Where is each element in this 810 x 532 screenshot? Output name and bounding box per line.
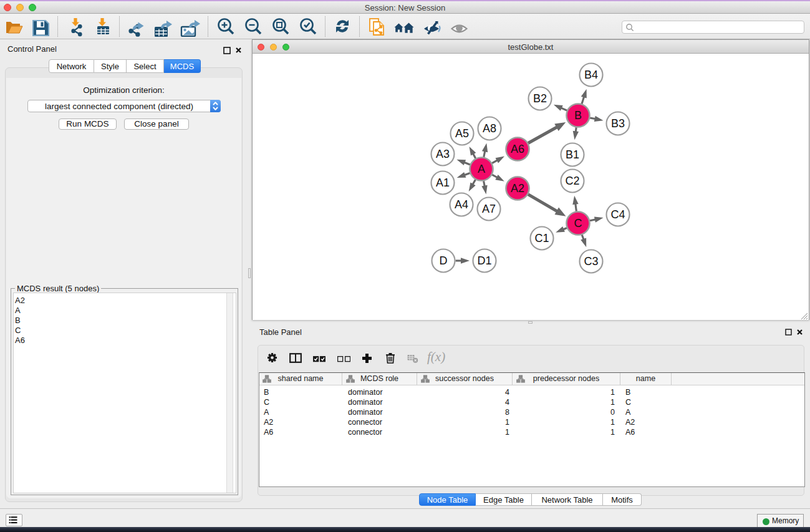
svg-text:B4: B4 [584, 69, 598, 81]
svg-text:B3: B3 [611, 117, 625, 130]
svg-text:A3: A3 [436, 148, 450, 160]
svg-text:A8: A8 [483, 122, 496, 135]
svg-text:C1: C1 [534, 232, 549, 244]
svg-text:B2: B2 [533, 92, 547, 105]
svg-text:A: A [478, 163, 485, 175]
svg-text:C4: C4 [610, 208, 625, 221]
svg-text:C: C [574, 217, 582, 230]
svg-text:A5: A5 [455, 127, 469, 140]
svg-text:A6: A6 [511, 143, 524, 155]
svg-text:B: B [574, 109, 582, 122]
svg-text:C2: C2 [565, 175, 579, 187]
svg-text:C3: C3 [584, 255, 598, 268]
svg-text:A4: A4 [455, 198, 468, 211]
svg-text:B1: B1 [566, 148, 579, 161]
svg-text:A7: A7 [482, 203, 496, 215]
svg-text:D: D [440, 254, 448, 267]
svg-text:D1: D1 [477, 254, 491, 267]
svg-text:A2: A2 [511, 182, 524, 195]
svg-text:A1: A1 [436, 177, 450, 189]
